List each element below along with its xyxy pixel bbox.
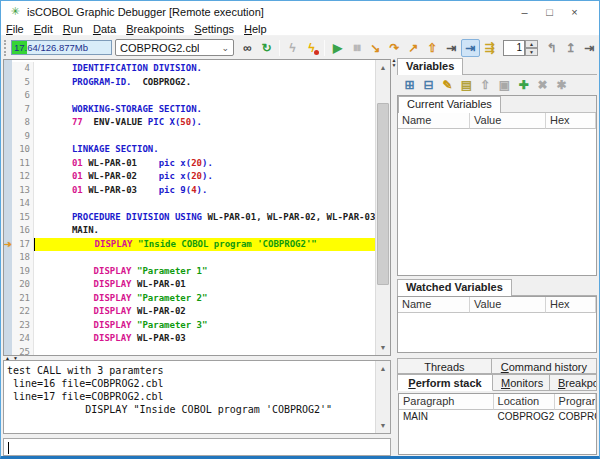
tab-current-variables[interactable]: Current Variables — [398, 96, 501, 113]
menu-data[interactable]: Data — [88, 22, 121, 36]
code-text[interactable]: MAIN. — [34, 224, 375, 238]
code-text[interactable]: DISPLAY WL-PAR-02 — [34, 305, 375, 319]
code-text[interactable]: DISPLAY WL-PAR-01 — [34, 278, 375, 292]
command-input[interactable] — [3, 438, 391, 456]
remove-watch-icon[interactable]: ✖ — [533, 77, 552, 93]
load-variable-icon[interactable]: ⇧ — [476, 77, 495, 93]
console-scroll-down-button[interactable]: ▼ — [376, 418, 390, 433]
line-margin[interactable] — [4, 332, 12, 346]
code-line[interactable]: 18 — [4, 251, 375, 265]
line-margin[interactable] — [4, 265, 12, 279]
code-line[interactable]: 15 PROCEDURE DIVISION USING WL-PAR-01, W… — [4, 211, 375, 225]
run-to-paragraph-icon[interactable]: ↥ — [561, 39, 580, 57]
tab-perform-stack[interactable]: Perform stack — [397, 374, 493, 391]
step-over-icon[interactable]: ↷ — [385, 39, 404, 57]
code-text[interactable]: PROGRAM-ID. COBPROG2. — [34, 76, 375, 90]
line-margin[interactable]: ➔ — [4, 238, 12, 252]
scroll-down-button[interactable]: ▼ — [376, 340, 390, 355]
column-header-program[interactable]: Program — [555, 394, 596, 410]
close-button[interactable]: × — [562, 1, 587, 22]
watched-variables-table[interactable]: NameValueHex — [398, 297, 596, 313]
line-margin[interactable] — [4, 184, 12, 198]
code-text[interactable]: DISPLAY "Parameter 2" — [34, 292, 375, 306]
code-line[interactable]: 5 PROGRAM-ID. COBPROG2. — [4, 76, 375, 90]
line-margin[interactable] — [4, 305, 12, 319]
line-margin[interactable] — [4, 251, 12, 265]
line-margin[interactable] — [4, 224, 12, 238]
tab-breakpoints[interactable]: Breakpoints — [550, 374, 597, 391]
step-count-spinner[interactable]: 1▲▼ — [503, 40, 538, 56]
column-header-value[interactable]: Value — [470, 297, 546, 313]
line-margin[interactable] — [4, 62, 12, 76]
code-text[interactable]: 01 WL-PAR-03 pic 9(4). — [34, 184, 375, 198]
chevron-down-icon[interactable]: ⌄ — [217, 43, 233, 53]
line-margin[interactable] — [4, 89, 12, 103]
step-up-icon[interactable]: ⇧ — [423, 39, 442, 57]
title-bar[interactable]: ✳ isCOBOL Graphic Debugger [Remote execu… — [1, 1, 599, 22]
code-text[interactable]: IDENTIFICATION DIVISION. — [34, 62, 375, 76]
line-margin[interactable] — [4, 197, 12, 211]
step-out-icon[interactable]: ↗ — [404, 39, 423, 57]
code-text[interactable]: WORKING-STORAGE SECTION. — [34, 103, 375, 117]
code-line[interactable]: 25 — [4, 346, 375, 356]
column-header-name[interactable]: Name — [398, 113, 470, 129]
maximize-button[interactable]: □ — [537, 1, 562, 22]
code-line[interactable]: 22 DISPLAY WL-PAR-02 — [4, 305, 375, 319]
scrollbar-thumb[interactable] — [377, 103, 389, 285]
toolbar-grip[interactable] — [4, 40, 7, 56]
code-text[interactable]: LINKAGE SECTION. — [34, 143, 375, 157]
perform-stack-table[interactable]: ParagraphLocationProgramMAINCOBPROG2...C… — [398, 393, 597, 455]
tab-monitors[interactable]: Monitors — [493, 374, 550, 391]
column-header-hex[interactable]: Hex — [546, 113, 596, 129]
show-current-line-icon[interactable]: ⇥ — [461, 39, 480, 57]
menu-breakpoints[interactable]: Breakpoints — [121, 22, 189, 36]
run-to-line-icon[interactable]: ⇥ — [442, 39, 461, 57]
code-text[interactable] — [34, 197, 375, 211]
attach-lightning-icon[interactable]: ϟ — [283, 39, 302, 57]
code-text[interactable] — [34, 89, 375, 103]
step-skip-icon[interactable]: ↰ — [542, 39, 561, 57]
code-text[interactable]: 77 ENV-VALUE PIC X(50). — [34, 116, 375, 130]
code-line[interactable]: 7 WORKING-STORAGE SECTION. — [4, 103, 375, 117]
code-line[interactable]: 23 DISPLAY "Parameter 3" — [4, 319, 375, 333]
spinner-down-icon[interactable]: ▼ — [525, 48, 538, 56]
step-count-value[interactable]: 1 — [503, 40, 525, 56]
line-margin[interactable] — [4, 103, 12, 117]
line-margin[interactable] — [4, 278, 12, 292]
code-line[interactable]: 8 77 ENV-VALUE PIC X(50). — [4, 116, 375, 130]
editor-scrollbar[interactable]: ▲ ▼ — [375, 60, 390, 355]
line-margin[interactable] — [4, 76, 12, 90]
line-margin[interactable] — [4, 319, 12, 333]
menu-settings[interactable]: Settings — [189, 22, 239, 36]
menu-file[interactable]: File — [1, 22, 29, 36]
code-editor[interactable]: 4 IDENTIFICATION DIVISION.5 PROGRAM-ID. … — [3, 59, 391, 356]
column-header-name[interactable]: Name — [398, 297, 470, 313]
table-row[interactable]: MAINCOBPROG2...COBPROG2 — [399, 410, 596, 424]
code-line[interactable]: 11 01 WL-PAR-01 pic x(20). — [4, 157, 375, 171]
code-text[interactable]: DISPLAY "Parameter 3" — [34, 319, 375, 333]
run-to-exit-icon[interactable]: ⇥ — [580, 39, 599, 57]
add-watch-icon[interactable]: ✚ — [514, 77, 533, 93]
current-variables-table[interactable]: NameValueHex — [398, 113, 596, 129]
line-margin[interactable] — [4, 170, 12, 184]
code-text[interactable]: DISPLAY WL-PAR-03 — [34, 332, 375, 346]
editor-lines[interactable]: 4 IDENTIFICATION DIVISION.5 PROGRAM-ID. … — [4, 62, 375, 355]
run-to-change-icon[interactable]: ⇶ — [480, 39, 499, 57]
code-line[interactable]: 21 DISPLAY "Parameter 2" — [4, 292, 375, 306]
code-line[interactable]: 24 DISPLAY WL-PAR-03 — [4, 332, 375, 346]
console-scrollbar[interactable]: ▲ ▼ — [375, 361, 390, 433]
code-text[interactable]: 01 WL-PAR-01 pic x(20). — [34, 157, 375, 171]
code-line[interactable]: 10 LINKAGE SECTION. — [4, 143, 375, 157]
column-header-hex[interactable]: Hex — [546, 297, 596, 313]
line-margin[interactable] — [4, 292, 12, 306]
code-text[interactable] — [34, 130, 375, 144]
code-line[interactable]: 6 — [4, 89, 375, 103]
column-header-location[interactable]: Location — [494, 394, 555, 410]
code-text[interactable] — [34, 251, 375, 265]
scroll-up-button[interactable]: ▲ — [376, 60, 390, 75]
code-line[interactable]: 19 DISPLAY "Parameter 1" — [4, 265, 375, 279]
monitor-variable-icon[interactable]: ▣ — [495, 77, 514, 93]
code-text[interactable]: DISPLAY "Inside COBOL program 'COBPROG2'… — [34, 238, 375, 252]
remove-all-watches-icon[interactable]: ✱ — [552, 77, 571, 93]
program-selector[interactable]: COBPROG2.cbl ⌄ — [115, 39, 234, 56]
